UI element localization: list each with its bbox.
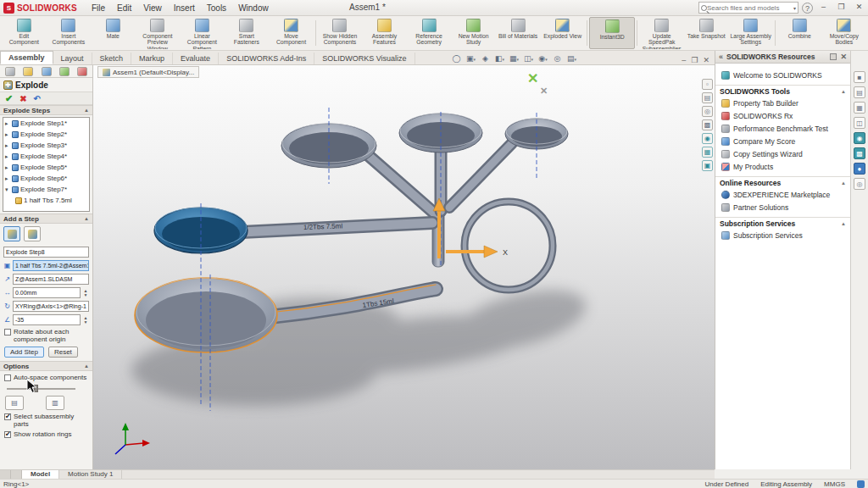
- tab-solidworks-visualize[interactable]: SOLIDWORKS Visualize: [314, 53, 415, 64]
- doc-close-icon[interactable]: ✕: [703, 56, 709, 64]
- solidworks-tools-section[interactable]: SOLIDWORKS Tools▲: [715, 85, 850, 97]
- close-button[interactable]: ✕: [852, 2, 866, 14]
- distance-spinner[interactable]: ▲▼: [82, 289, 89, 297]
- my-products-link[interactable]: My Products: [715, 160, 850, 173]
- design-library-icon[interactable]: ▤: [854, 86, 865, 98]
- step-name-field[interactable]: Explode Step8: [3, 247, 89, 258]
- forum-icon[interactable]: ●: [854, 163, 865, 175]
- new-motion-study-button[interactable]: New Motion Study: [451, 17, 496, 49]
- subscription-services-link[interactable]: Subscription Services: [715, 229, 850, 241]
- auto-space-checkbox[interactable]: [4, 374, 11, 381]
- document-tab[interactable]: Assem1 (Default<Display...: [97, 66, 199, 78]
- distance-field[interactable]: 0.00mm: [13, 287, 81, 298]
- performance-benchmark-link[interactable]: Performance Benchmark Test: [715, 122, 850, 135]
- sensors-icon[interactable]: ◎: [702, 106, 713, 117]
- pushpin-icon[interactable]: ▫: [702, 79, 713, 90]
- explode-step-item[interactable]: ▸Explode Step6*: [3, 173, 89, 184]
- combine-button[interactable]: Combine: [777, 17, 822, 49]
- display-style-icon[interactable]: ◫▾: [523, 53, 535, 64]
- online-resources-section[interactable]: Online Resources▲: [715, 176, 850, 188]
- exploded-view-button[interactable]: Exploded View: [540, 17, 585, 49]
- search-dropdown-icon[interactable]: ▾: [793, 5, 796, 11]
- tab-evaluate[interactable]: Evaluate: [173, 53, 219, 64]
- hide-tree-icon[interactable]: ▤: [702, 92, 713, 103]
- expand-icon[interactable]: ▸: [5, 164, 10, 171]
- menu-file[interactable]: File: [86, 2, 111, 14]
- show-hidden-components-button[interactable]: Show Hidden Components: [318, 17, 363, 49]
- propertymanager-tab-icon[interactable]: [23, 67, 33, 76]
- file-explorer-icon[interactable]: ▦: [854, 102, 865, 114]
- menu-edit[interactable]: Edit: [111, 2, 137, 14]
- spacing-order-button-1[interactable]: ▤: [5, 396, 24, 410]
- close-pane-icon[interactable]: ✕: [840, 53, 847, 61]
- smart-fasteners-button[interactable]: Smart Fasteners: [225, 17, 270, 49]
- angle-field[interactable]: -35: [13, 314, 81, 325]
- reference-geometry-button[interactable]: Reference Geometry: [407, 17, 452, 49]
- subscription-services-section[interactable]: Subscription Services▲: [715, 217, 850, 229]
- expand-icon[interactable]: ▸: [5, 131, 10, 138]
- appearances-scenes-icon[interactable]: ◉: [854, 132, 865, 144]
- explode-step-item[interactable]: ▸Explode Step5*: [3, 162, 89, 173]
- lights-cameras-icon[interactable]: ▣: [702, 160, 713, 171]
- expand-icon[interactable]: ▸: [5, 120, 10, 127]
- assembly-features-button[interactable]: Assembly Features: [362, 17, 407, 49]
- model-tab[interactable]: Model: [22, 470, 59, 479]
- section-view-icon[interactable]: ◧▾: [494, 53, 506, 64]
- cancel-corner-icon[interactable]: ✕: [540, 86, 548, 97]
- edit-component-button[interactable]: Edit Component: [2, 17, 47, 49]
- show-rotation-rings-checkbox[interactable]: [4, 431, 11, 438]
- collapse-chevron-icon[interactable]: ▲: [84, 363, 89, 369]
- copy-settings-wizard-link[interactable]: Copy Settings Wizard: [715, 147, 850, 160]
- configurationmanager-tab-icon[interactable]: [42, 67, 52, 76]
- spacing-slider[interactable]: [7, 385, 86, 393]
- expand-icon[interactable]: ▸: [5, 175, 10, 182]
- motion-study-tab[interactable]: Motion Study 1: [59, 470, 122, 479]
- spacing-order-button-2[interactable]: ▥: [46, 396, 64, 410]
- tab-solidworks-add-ins[interactable]: SOLIDWORKS Add-Ins: [219, 53, 314, 64]
- units-status[interactable]: MMGS: [824, 480, 845, 488]
- radial-step-button[interactable]: [24, 226, 41, 241]
- help-icon[interactable]: ?: [802, 3, 813, 14]
- menu-tools[interactable]: Tools: [201, 2, 232, 14]
- select-subassembly-checkbox-row[interactable]: Select subassembly parts: [4, 413, 88, 428]
- undo-button[interactable]: ↶: [34, 94, 41, 103]
- hide-show-items-icon[interactable]: ◉▾: [537, 53, 549, 64]
- regular-step-button[interactable]: [3, 226, 20, 241]
- ring-part[interactable]: [465, 202, 553, 290]
- previous-view-icon[interactable]: ◈: [480, 53, 492, 64]
- rotation-axis-field[interactable]: XYRing@Axis<1>@Ring-1: [13, 301, 89, 312]
- components-field[interactable]: 1 half Tbs 7.5ml-2@Assem1: [13, 260, 89, 271]
- move-component-button[interactable]: Move Component: [269, 17, 314, 49]
- drag-arrow-x[interactable]: X: [446, 246, 508, 258]
- move-copy-bodies-button[interactable]: Move/Copy Bodies: [822, 17, 867, 49]
- measuring-spoons-model[interactable]: 1/2Tbs 7.5ml 1Tbs 15ml X: [93, 65, 715, 469]
- view-palette-icon[interactable]: ◫: [854, 117, 865, 129]
- explode-step-item[interactable]: ▾Explode Step7*: [3, 184, 89, 195]
- custom-properties-icon[interactable]: ▩: [854, 147, 865, 159]
- large-assembly-settings-button[interactable]: Large Assembly Settings: [729, 17, 774, 49]
- spoon-bottom-selected[interactable]: [135, 278, 277, 352]
- displaymanager-tab-icon[interactable]: [77, 67, 87, 76]
- pin-icon[interactable]: [830, 53, 837, 60]
- welcome-link[interactable]: Welcome to SOLIDWORKS: [715, 69, 850, 81]
- cancel-button[interactable]: ✖: [19, 94, 26, 103]
- resources-tab-icon[interactable]: ■: [854, 71, 865, 83]
- rotate-origin-checkbox-row[interactable]: Rotate about each component origin: [4, 328, 88, 343]
- expand-icon[interactable]: ▸: [5, 153, 10, 160]
- edit-appearance-icon[interactable]: ◎: [552, 53, 564, 64]
- collapse-icon[interactable]: ▾: [5, 186, 10, 193]
- select-subassembly-checkbox[interactable]: [4, 413, 11, 420]
- explode-steps-section[interactable]: Explode Steps▲: [0, 105, 92, 115]
- mate-button[interactable]: Mate: [91, 17, 136, 49]
- view-orientation-icon[interactable]: ▦▾: [509, 53, 520, 64]
- menu-view[interactable]: View: [137, 2, 168, 14]
- splitter-handle[interactable]: [11, 470, 22, 479]
- explode-step-item[interactable]: ▸Explode Step3*: [3, 140, 89, 151]
- scene-icon[interactable]: ▦: [702, 147, 713, 158]
- marketplace-link[interactable]: 3DEXPERIENCE Marketplace: [715, 188, 850, 201]
- search-input[interactable]: [707, 4, 793, 12]
- tab-markup[interactable]: Markup: [131, 53, 173, 64]
- annotations-icon[interactable]: ▩: [702, 119, 713, 130]
- component-preview-window-button[interactable]: Component Preview Window: [136, 17, 181, 49]
- collapse-chevron-icon[interactable]: ▲: [841, 89, 846, 94]
